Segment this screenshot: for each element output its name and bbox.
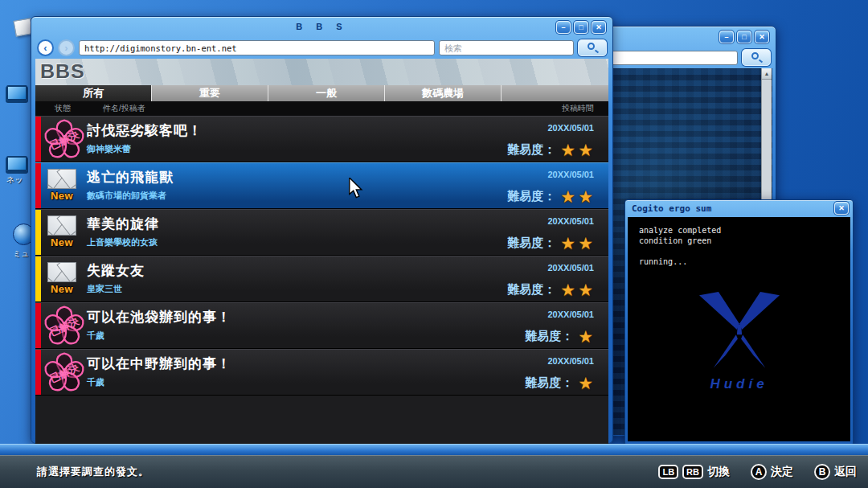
tab-general[interactable]: 一般 <box>268 85 385 101</box>
back-prompt: B 返回 <box>814 464 857 480</box>
post-date: 20XX/05/01 <box>548 356 595 366</box>
window-title: Cogito ergo sum <box>632 203 853 214</box>
a-button-icon: A <box>751 464 767 480</box>
button-prompts: LB RB 切換 A 決定 B 返回 <box>658 464 857 480</box>
list-column-header: 状態 件名/投稿者 投稿時間 <box>35 101 608 116</box>
lb-button-icon: LB <box>658 465 678 479</box>
new-mail-icon: New <box>47 215 76 248</box>
post-title: 失蹤女友 <box>87 261 399 280</box>
rb-button-icon: RB <box>682 465 703 479</box>
row-status-bar <box>35 350 41 395</box>
envelope-icon <box>47 262 76 282</box>
window-title: B B S <box>31 22 612 31</box>
search-button[interactable] <box>578 39 607 56</box>
search-input[interactable] <box>439 40 574 55</box>
bbs-window: B B S – □ ✕ ‹ › BBS 所有 重要 一般 數碼農場 状態 件名/… <box>31 16 613 444</box>
taskbar <box>0 444 868 455</box>
desktop-icon-package[interactable] <box>14 19 32 35</box>
difficulty-stars: ★★ <box>560 188 596 205</box>
difficulty-stars: ★ <box>578 375 596 392</box>
solved-stamp-icon: 已解決 <box>41 350 88 400</box>
desktop-icon-monitor[interactable] <box>6 85 27 100</box>
bbs-banner: BBS <box>35 59 608 85</box>
difficulty-label: 難易度： <box>507 142 555 158</box>
hudie-logo-text: Hudíe <box>679 376 800 392</box>
bbs-logo: BBS <box>40 61 85 83</box>
new-mail-icon: New <box>47 262 76 295</box>
back-button[interactable]: ‹ <box>37 39 54 56</box>
envelope-icon <box>47 169 76 189</box>
browser-navbar: ‹ › <box>31 37 612 59</box>
hudie-butterfly-logo: Hudíe <box>679 291 800 392</box>
difficulty-stars: ★★ <box>560 281 596 298</box>
maximize-button[interactable]: □ <box>574 21 588 34</box>
window-titlebar[interactable]: – □ ✕ <box>604 27 776 47</box>
column-status: 状態 <box>55 103 71 114</box>
back-label: 返回 <box>834 465 857 479</box>
close-button[interactable]: ✕ <box>755 31 769 43</box>
bbs-post-list: 已解決 討伐惡劣駭客吧！ 御神樂米蕾 20XX/05/01 難易度： ★★ <box>35 116 608 396</box>
confirm-prompt: A 決定 <box>751 464 793 480</box>
row-icon-area: 已解決 <box>43 117 88 163</box>
scroll-up-icon[interactable]: ▲ <box>762 68 772 80</box>
network-icon <box>6 156 27 171</box>
desktop-icon-network[interactable]: ネッ <box>6 156 27 186</box>
post-date: 20XX/05/01 <box>548 123 595 133</box>
row-icon-area: 已解決 <box>43 350 88 396</box>
tab-digifarm[interactable]: 數碼農場 <box>385 85 502 101</box>
row-icon-area: New <box>43 256 88 303</box>
post-date: 20XX/05/01 <box>548 216 595 226</box>
bbs-post-row[interactable]: New 華美的旋律 上音樂學校的女孩 20XX/05/01 難易度： ★★ <box>35 209 608 256</box>
switch-label: 切換 <box>707 465 730 479</box>
url-input[interactable] <box>608 51 738 65</box>
close-button[interactable]: ✕ <box>834 202 849 215</box>
window-titlebar[interactable]: Cogito ergo sum ✕ <box>625 200 853 217</box>
bbs-post-row[interactable]: 已解決 討伐惡劣駭客吧！ 御神樂米蕾 20XX/05/01 難易度： ★★ <box>35 116 608 162</box>
row-status-bar <box>35 163 41 208</box>
tab-all[interactable]: 所有 <box>35 85 152 101</box>
window-titlebar[interactable]: B B S – □ ✕ <box>31 17 612 37</box>
bbs-tabs: 所有 重要 一般 數碼農場 <box>35 85 608 101</box>
b-button-icon: B <box>814 464 830 480</box>
post-title: 討伐惡劣駭客吧！ <box>87 121 399 140</box>
bbs-post-row[interactable]: New 失蹤女友 皇家三世 20XX/05/01 難易度： ★★ <box>35 256 608 302</box>
new-mail-icon: New <box>47 169 76 202</box>
url-input[interactable] <box>79 40 435 55</box>
post-title: 可以在中野辦到的事！ <box>87 355 399 373</box>
difficulty: 難易度： ★ <box>525 375 596 392</box>
post-author: 千歲 <box>87 376 399 388</box>
new-badge: New <box>51 236 73 248</box>
new-badge: New <box>51 190 73 202</box>
minimize-button[interactable]: – <box>556 21 571 34</box>
row-icon-area: 已解決 <box>43 303 88 350</box>
switch-prompt: LB RB 切換 <box>658 465 730 479</box>
bbs-post-row[interactable]: 已解決 可以在中野辦到的事！ 千歲 20XX/05/01 難易度： ★ <box>35 349 608 396</box>
mouse-cursor <box>347 178 365 202</box>
difficulty-stars: ★★ <box>560 141 596 158</box>
difficulty-label: 難易度： <box>507 282 555 297</box>
new-badge: New <box>51 283 73 295</box>
forward-button[interactable]: › <box>58 39 75 56</box>
post-title: 可以在池袋辦到的事！ <box>87 308 399 326</box>
post-author: 千歲 <box>87 330 399 342</box>
post-date: 20XX/05/01 <box>548 310 595 319</box>
bbs-post-row[interactable]: New 逃亡的飛龍獸 數碼市場的卸貨業者 20XX/05/01 難易度： ★★ <box>35 162 608 209</box>
close-button[interactable]: ✕ <box>592 21 606 34</box>
terminal-body: analyze completedcondition green running… <box>628 217 850 441</box>
desktop-icon-label: ネッ <box>6 174 27 186</box>
terminal-output: analyze completedcondition green running… <box>628 217 850 267</box>
bbs-post-row[interactable]: 已解決 可以在池袋辦到的事！ 千歲 20XX/05/01 難易度： ★ <box>35 302 608 349</box>
minimize-button[interactable]: – <box>719 31 734 43</box>
post-author: 御神樂米蕾 <box>87 143 399 155</box>
difficulty: 難易度： ★ <box>525 328 596 345</box>
maximize-button[interactable]: □ <box>737 31 751 43</box>
post-author: 皇家三世 <box>87 283 399 295</box>
search-button[interactable] <box>742 49 771 66</box>
confirm-label: 決定 <box>771 465 793 479</box>
difficulty-label: 難易度： <box>525 375 573 391</box>
hudie-terminal-window: Cogito ergo sum ✕ analyze completedcondi… <box>624 199 854 446</box>
tab-important[interactable]: 重要 <box>152 85 268 101</box>
envelope-icon <box>47 215 76 236</box>
status-bar: 請選擇要調查的發文。 LB RB 切換 A 決定 B 返回 <box>0 455 868 488</box>
post-author: 上音樂學校的女孩 <box>87 236 399 248</box>
